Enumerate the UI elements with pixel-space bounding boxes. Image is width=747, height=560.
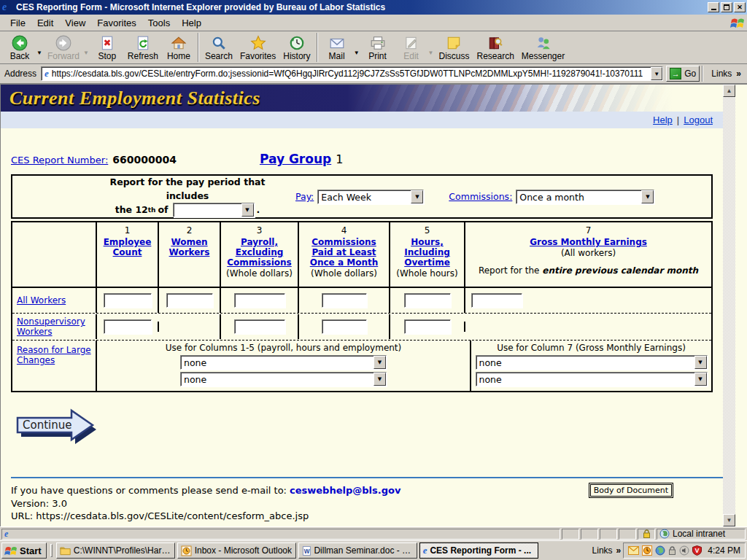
favorites-button[interactable]: Favorites bbox=[236, 33, 279, 63]
home-button[interactable]: Home bbox=[162, 33, 196, 63]
all-workers-link[interactable]: All Workers bbox=[17, 295, 66, 306]
status-panel bbox=[600, 529, 617, 540]
dropdown-arrow-icon[interactable]: ▼ bbox=[694, 373, 707, 386]
aw-employee-count-input[interactable] bbox=[104, 293, 152, 308]
logout-link[interactable]: Logout bbox=[684, 114, 713, 125]
task-explorer-window[interactable]: C:\WINNT\Profiles\Harre... bbox=[56, 542, 175, 559]
help-divider: | bbox=[677, 114, 679, 125]
reason-cols-1-5-select-1[interactable]: none ▼ bbox=[180, 355, 387, 370]
task-word-window[interactable]: W Dillman Seminar.doc - Mic... bbox=[298, 542, 417, 559]
nonsupervisory-link[interactable]: Nonsupervisory Workers bbox=[17, 316, 85, 337]
pay-link[interactable]: Pay: bbox=[295, 191, 314, 202]
menu-file[interactable]: File bbox=[4, 16, 31, 30]
aw-gross-earnings-input[interactable] bbox=[471, 293, 522, 308]
reason-cols-1-5-zone: Use for Columns 1-5 (payroll, hours and … bbox=[96, 341, 470, 391]
minimize-button[interactable] bbox=[708, 2, 719, 12]
links-toolbar[interactable]: Links » bbox=[705, 69, 744, 79]
commissions-select[interactable]: Once a month ▼ bbox=[516, 190, 654, 204]
refresh-icon bbox=[135, 35, 151, 51]
menu-tools[interactable]: Tools bbox=[142, 16, 176, 30]
dropdown-arrow-icon[interactable]: ▼ bbox=[374, 356, 386, 369]
pay-frequency-select[interactable]: Each Week ▼ bbox=[317, 190, 424, 204]
employee-count-link[interactable]: Employee Count bbox=[104, 237, 152, 257]
scroll-down-icon[interactable]: ▼ bbox=[723, 514, 735, 526]
aw-hours-input[interactable] bbox=[404, 293, 451, 308]
footer-url: URL: https://cesdata.bls.gov/CESLite/con… bbox=[11, 510, 713, 523]
ces-banner: Current Employment Statistics bbox=[1, 85, 723, 112]
dropdown-arrow-icon[interactable]: ▼ bbox=[374, 373, 386, 386]
ns-employee-count-input[interactable] bbox=[104, 319, 152, 334]
dropdown-arrow-icon[interactable]: ▼ bbox=[241, 203, 254, 217]
help-link[interactable]: Help bbox=[653, 114, 673, 125]
pay-period-month-select[interactable]: ▼ bbox=[173, 203, 255, 217]
task-outlook-window[interactable]: Inbox - Microsoft Outlook bbox=[177, 542, 296, 559]
back-button[interactable]: Back bbox=[3, 33, 36, 63]
stop-button[interactable]: Stop bbox=[90, 33, 124, 63]
vertical-scrollbar[interactable]: ▲ ▼ bbox=[723, 85, 735, 526]
hours-link[interactable]: Hours, Including Overtime bbox=[404, 237, 450, 268]
discuss-button[interactable]: Discuss bbox=[435, 33, 473, 63]
menu-edit[interactable]: Edit bbox=[31, 16, 59, 30]
dropdown-arrow-icon[interactable]: ▼ bbox=[411, 190, 423, 203]
commissions-paid-link[interactable]: Commissions Paid at Least Once a Month bbox=[310, 237, 378, 268]
print-icon bbox=[370, 35, 386, 51]
edit-dropdown-icon[interactable]: ▼ bbox=[428, 50, 434, 56]
aw-payroll-input[interactable] bbox=[234, 293, 285, 308]
banner-title: Current Employment Statistics bbox=[1, 88, 260, 109]
pay-group-link[interactable]: Pay Group bbox=[260, 152, 331, 166]
reason-large-changes-link[interactable]: Reason for Large Changes bbox=[17, 345, 91, 365]
status-panel bbox=[562, 529, 579, 540]
aw-commissions-input[interactable] bbox=[322, 293, 367, 308]
continue-button[interactable]: Continue bbox=[14, 408, 100, 445]
menu-help[interactable]: Help bbox=[176, 16, 207, 30]
maximize-button[interactable] bbox=[721, 2, 732, 12]
address-dropdown-icon[interactable]: ▼ bbox=[651, 67, 662, 80]
mail-button[interactable]: Mail bbox=[320, 33, 354, 63]
scroll-up-icon[interactable]: ▲ bbox=[723, 85, 735, 97]
print-button[interactable]: Print bbox=[361, 33, 395, 63]
address-input[interactable] bbox=[52, 68, 651, 79]
clock[interactable]: 4:24 PM bbox=[708, 545, 740, 556]
dropdown-arrow-icon[interactable]: ▼ bbox=[694, 356, 707, 369]
task-ces-window[interactable]: e CES Reporting Form - ... bbox=[419, 542, 538, 559]
start-button[interactable]: Start bbox=[1, 542, 47, 559]
edit-button[interactable]: Edit bbox=[395, 33, 428, 63]
folder-icon bbox=[60, 545, 71, 556]
history-button[interactable]: History bbox=[279, 33, 314, 63]
women-workers-link[interactable]: Women Workers bbox=[169, 237, 210, 257]
help-email-link[interactable]: ceswebhelp@bls.gov bbox=[290, 485, 400, 496]
ces-report-number-link[interactable]: CES Report Number: bbox=[11, 155, 108, 166]
forward-dropdown-icon[interactable]: ▼ bbox=[83, 50, 89, 56]
dropdown-arrow-icon[interactable]: ▼ bbox=[641, 190, 654, 203]
header-spacer bbox=[12, 222, 96, 287]
taskbar-links-toolbar[interactable]: Links » bbox=[592, 545, 622, 556]
gross-earnings-link[interactable]: Gross Monthly Earnings bbox=[530, 237, 647, 247]
search-button[interactable]: Search bbox=[201, 33, 236, 63]
research-button[interactable]: Research bbox=[473, 33, 517, 63]
history-icon bbox=[289, 35, 305, 51]
reason-cols-1-5-select-2[interactable]: none ▼ bbox=[180, 372, 387, 386]
forward-button[interactable]: Forward bbox=[44, 33, 83, 63]
chevron-double-icon[interactable]: » bbox=[616, 545, 622, 556]
commissions-link[interactable]: Commissions: bbox=[449, 191, 512, 202]
menu-view[interactable]: View bbox=[59, 16, 91, 30]
status-main-panel: e bbox=[1, 529, 560, 540]
payroll-link[interactable]: Payroll, Excluding Commissions bbox=[227, 237, 292, 268]
refresh-button[interactable]: Refresh bbox=[124, 33, 162, 63]
ns-commissions-input[interactable] bbox=[322, 319, 367, 334]
ns-payroll-input[interactable] bbox=[234, 319, 285, 334]
title-bar: e CES Reporting Form - Microsoft Interne… bbox=[0, 0, 747, 15]
go-button[interactable]: → Go bbox=[666, 66, 700, 82]
back-dropdown-icon[interactable]: ▼ bbox=[36, 50, 42, 56]
close-button[interactable]: ✕ bbox=[734, 2, 746, 12]
mail-dropdown-icon[interactable]: ▼ bbox=[354, 50, 360, 56]
aw-women-workers-input[interactable] bbox=[166, 293, 213, 308]
chevron-double-icon[interactable]: » bbox=[736, 69, 741, 79]
lock-icon bbox=[643, 529, 651, 539]
menu-favorites[interactable]: Favorites bbox=[91, 16, 142, 30]
ns-hours-input[interactable] bbox=[404, 319, 451, 334]
reason-col-7-select-2[interactable]: none ▼ bbox=[476, 372, 708, 386]
messenger-button[interactable]: Messenger bbox=[518, 33, 568, 63]
reason-col-7-select-1[interactable]: none ▼ bbox=[476, 355, 708, 370]
body-of-document-button[interactable]: Body of Document bbox=[590, 484, 672, 497]
